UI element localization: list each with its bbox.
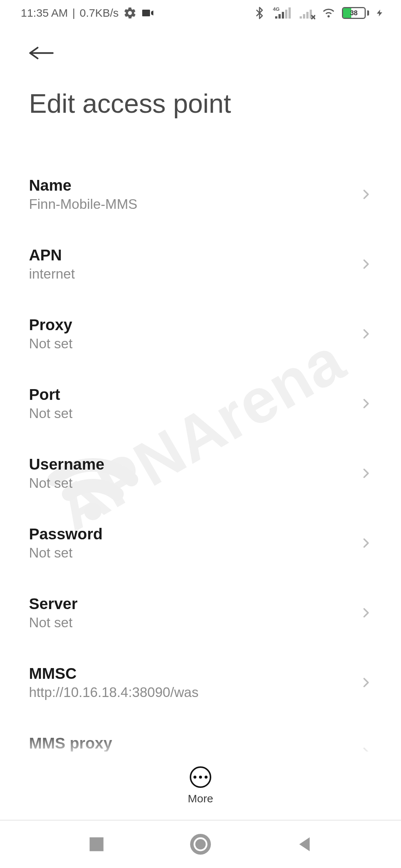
row-label: Server	[29, 595, 353, 613]
row-port[interactable]: Port Not set	[29, 369, 372, 438]
row-label: MMS proxy	[29, 734, 353, 752]
nav-back-button[interactable]	[294, 834, 315, 855]
svg-rect-6	[288, 7, 291, 19]
row-value: Not set	[29, 545, 353, 561]
row-value: Not set	[29, 406, 353, 421]
row-server[interactable]: Server Not set	[29, 578, 372, 648]
svg-rect-11	[89, 837, 103, 851]
chevron-right-icon	[360, 258, 372, 270]
row-value: Not set	[29, 615, 353, 631]
row-username[interactable]: Username Not set	[29, 438, 372, 508]
row-name[interactable]: Name Finn-Mobile-MMS	[29, 160, 372, 229]
status-sep: |	[72, 7, 75, 19]
charging-icon	[376, 6, 384, 20]
status-time: 11:35 AM	[21, 7, 68, 19]
svg-point-13	[195, 839, 206, 849]
row-value: Finn-Mobile-MMS	[29, 197, 353, 212]
chevron-right-icon	[360, 328, 372, 340]
chevron-right-icon	[360, 677, 372, 688]
camera-icon	[141, 6, 154, 20]
chevron-right-icon	[360, 398, 372, 410]
chevron-right-icon	[360, 607, 372, 619]
chevron-right-icon	[360, 467, 372, 479]
more-label: More	[188, 792, 213, 805]
svg-rect-10	[310, 10, 312, 19]
row-label: Name	[29, 177, 353, 194]
page-header: Edit access point	[0, 26, 401, 160]
row-value: Not set	[29, 336, 353, 352]
row-label: Password	[29, 525, 353, 543]
row-value: internet	[29, 266, 353, 282]
svg-text:4G: 4G	[273, 6, 280, 12]
row-label: Port	[29, 386, 353, 404]
svg-rect-9	[306, 12, 309, 19]
row-value: Not set	[29, 476, 353, 491]
status-speed: 0.7KB/s	[80, 7, 119, 19]
row-apn[interactable]: APN internet	[29, 229, 372, 299]
back-button[interactable]	[29, 40, 55, 66]
svg-rect-8	[303, 14, 305, 19]
row-label: Username	[29, 456, 353, 473]
battery-percent: 38	[343, 9, 365, 17]
wifi-icon	[322, 6, 335, 20]
svg-rect-2	[275, 16, 277, 19]
more-button[interactable]: More	[0, 752, 401, 805]
signal-nosim-icon	[297, 6, 315, 20]
row-label: MMSC	[29, 665, 353, 683]
signal-4g-icon: 4G	[273, 6, 291, 20]
system-navbar	[0, 820, 401, 868]
gear-icon	[123, 6, 137, 20]
row-proxy[interactable]: Proxy Not set	[29, 299, 372, 369]
chevron-right-icon	[360, 188, 372, 200]
row-label: Proxy	[29, 316, 353, 334]
chevron-right-icon	[360, 537, 372, 549]
nav-home-button[interactable]	[190, 834, 211, 855]
row-value: http://10.16.18.4:38090/was	[29, 685, 353, 700]
page-title: Edit access point	[29, 88, 372, 119]
more-icon	[190, 766, 211, 788]
battery-icon: 38	[342, 7, 369, 19]
svg-rect-5	[285, 10, 287, 19]
svg-rect-4	[282, 12, 284, 19]
nav-recents-button[interactable]	[86, 834, 107, 855]
row-password[interactable]: Password Not set	[29, 508, 372, 578]
svg-rect-7	[300, 16, 302, 19]
row-mmsc[interactable]: MMSC http://10.16.18.4:38090/was	[29, 648, 372, 717]
svg-rect-3	[278, 14, 281, 19]
row-label: APN	[29, 246, 353, 264]
status-bar: 11:35 AM | 0.7KB/s 4G	[0, 0, 401, 26]
bluetooth-icon	[253, 6, 266, 20]
